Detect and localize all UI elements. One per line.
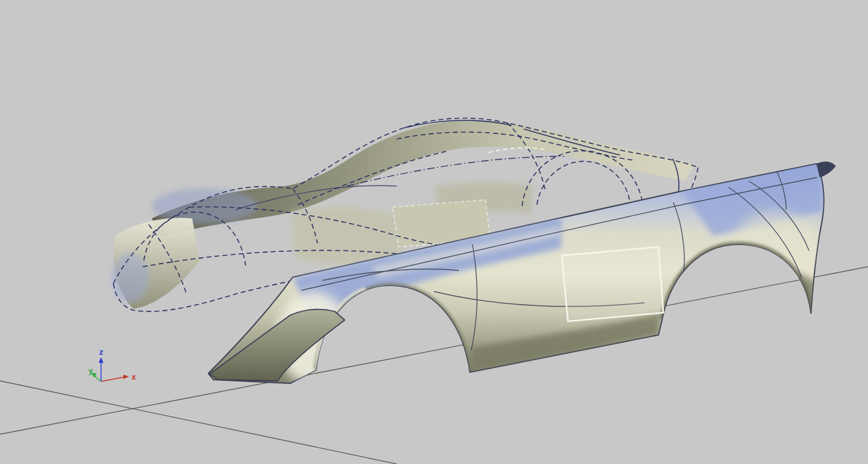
y-axis-label: y bbox=[89, 367, 93, 375]
x-axis-label: x bbox=[131, 373, 136, 381]
door-template-outline[interactable] bbox=[562, 247, 663, 321]
viewport-3d[interactable]: x y z bbox=[0, 0, 868, 464]
z-axis-label: z bbox=[99, 348, 103, 357]
rear-car-roof-blue-reflection bbox=[152, 189, 257, 223]
